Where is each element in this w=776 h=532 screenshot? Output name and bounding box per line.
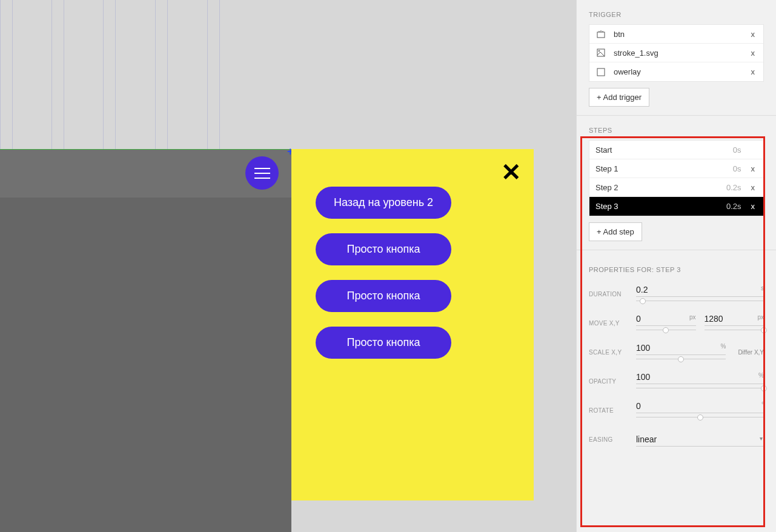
move-x-unit: px [689, 314, 696, 321]
prop-move: MOVE X,Y px px [589, 308, 764, 337]
move-label: MOVE X,Y [589, 320, 636, 327]
add-step-button[interactable]: + Add step [589, 222, 642, 241]
trigger-row[interactable]: btnx [589, 25, 763, 44]
step-duration: 0s [733, 145, 741, 155]
step-row[interactable]: Step 20.2sx [589, 178, 763, 197]
duration-unit: s [761, 285, 764, 291]
canvas-area[interactable]: + ✕ Назад на уровень 2 Просто кнопка Про… [0, 0, 576, 532]
opacity-label: OPACITY [589, 378, 636, 385]
menu-panel: ✕ Назад на уровень 2 Просто кнопка Прост… [291, 149, 534, 500]
prop-scale: SCALE X,Y % Differ X,Y [589, 337, 764, 367]
remove-step-icon[interactable]: x [749, 183, 758, 192]
step-name: Step 2 [595, 183, 726, 192]
menu-button-stack: Назад на уровень 2 Просто кнопка Просто … [316, 187, 451, 359]
prop-easing: EASING linear ▾ [589, 425, 764, 454]
move-x-slider[interactable] [636, 327, 696, 333]
steps-section: STEPS Start0sxStep 10sxStep 20.2sxStep 3… [577, 116, 776, 250]
menu-button-3[interactable]: Просто кнопка [316, 327, 451, 359]
move-y-slider[interactable] [705, 327, 764, 333]
trigger-name: stroke_1.svg [614, 48, 749, 58]
trigger-type-icon [595, 67, 606, 78]
step-row[interactable]: Step 10sx [589, 159, 763, 178]
prop-rotate: ROTATE ° [589, 396, 764, 425]
easing-select[interactable]: linear [636, 433, 764, 446]
duration-input[interactable] [636, 284, 764, 297]
step-name: Step 3 [595, 202, 726, 211]
duration-slider[interactable] [636, 298, 764, 304]
add-trigger-button[interactable]: + Add trigger [589, 88, 649, 107]
side-panel: TRIGGER btnxstroke_1.svgxowerlayx + Add … [576, 0, 776, 532]
properties-section: PROPERTIES FOR: STEP 3 DURATION s MOVE X… [577, 250, 776, 465]
opacity-slider[interactable] [636, 385, 764, 391]
menu-button-back[interactable]: Назад на уровень 2 [316, 187, 451, 219]
steps-title: STEPS [589, 127, 764, 134]
scale-differ-link[interactable]: Differ X,Y [738, 349, 764, 356]
trigger-type-icon [595, 47, 606, 58]
scale-unit: % [720, 343, 726, 350]
step-duration: 0.2s [726, 202, 741, 211]
remove-step-icon[interactable]: x [749, 202, 758, 211]
remove-step-icon[interactable]: x [749, 164, 758, 173]
menu-button-2[interactable]: Просто кнопка [316, 280, 451, 312]
trigger-name: btn [614, 30, 749, 39]
move-x-input[interactable] [636, 313, 696, 326]
rotate-input[interactable] [636, 400, 764, 413]
step-duration: 0.2s [726, 183, 741, 192]
prop-opacity: OPACITY % [589, 367, 764, 396]
hamburger-button[interactable] [245, 156, 279, 190]
menu-button-1[interactable]: Просто кнопка [316, 233, 451, 265]
move-y-input[interactable] [705, 313, 764, 326]
rotate-slider[interactable] [636, 414, 764, 421]
step-row[interactable]: Step 30.2sx [589, 197, 763, 216]
svg-rect-0 [597, 32, 605, 38]
close-icon[interactable]: ✕ [501, 160, 522, 184]
svg-point-2 [599, 50, 600, 52]
opacity-unit: % [758, 372, 764, 379]
trigger-row[interactable]: owerlayx [589, 62, 763, 81]
step-duration: 0s [733, 164, 741, 173]
scale-label: SCALE X,Y [589, 349, 636, 356]
step-name: Step 1 [595, 164, 733, 173]
steps-list: Start0sxStep 10sxStep 20.2sxStep 30.2sx [589, 140, 764, 216]
trigger-name: owerlay [614, 67, 749, 76]
prop-duration: DURATION s [589, 279, 764, 308]
trigger-section: TRIGGER btnxstroke_1.svgxowerlayx + Add … [577, 0, 776, 116]
remove-trigger-icon[interactable]: x [749, 48, 758, 58]
trigger-row[interactable]: stroke_1.svgx [589, 44, 763, 62]
remove-trigger-icon[interactable]: x [749, 67, 758, 76]
step-name: Start [595, 145, 733, 155]
svg-rect-3 [597, 68, 605, 76]
overlay-area [0, 198, 291, 532]
trigger-title: TRIGGER [589, 11, 764, 18]
properties-title: PROPERTIES FOR: STEP 3 [589, 266, 764, 273]
trigger-list: btnxstroke_1.svgxowerlayx [589, 24, 764, 82]
scale-slider[interactable] [636, 356, 726, 362]
remove-trigger-icon[interactable]: x [749, 30, 758, 39]
easing-label: EASING [589, 436, 636, 443]
rotate-label: ROTATE [589, 407, 636, 414]
step-row[interactable]: Start0sx [589, 141, 763, 159]
trigger-type-icon [595, 28, 606, 39]
scale-input[interactable] [636, 342, 726, 355]
move-y-unit: px [757, 314, 764, 321]
duration-label: DURATION [589, 291, 636, 298]
rotate-unit: ° [761, 401, 764, 408]
opacity-input[interactable] [636, 371, 764, 384]
